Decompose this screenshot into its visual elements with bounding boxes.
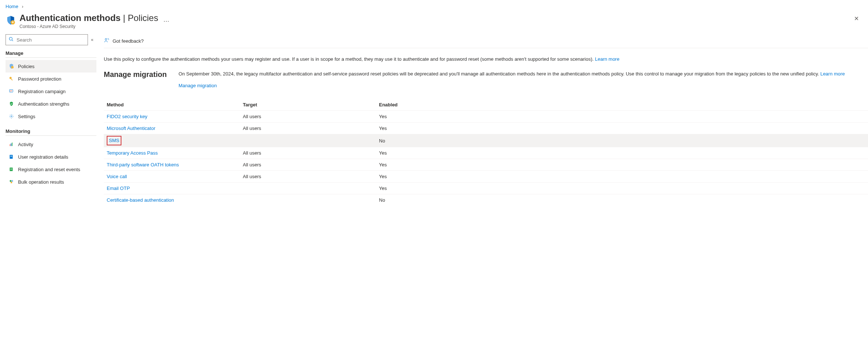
method-link[interactable]: Certificate-based authentication bbox=[107, 197, 174, 203]
cell-target: All users bbox=[243, 114, 379, 119]
policies-icon bbox=[8, 63, 14, 69]
sidebar-item-password-protection[interactable]: Password protection bbox=[6, 73, 96, 85]
table-row[interactable]: Certificate-based authenticationNo bbox=[104, 194, 868, 206]
table-row[interactable]: Third-party software OATH tokensAll user… bbox=[104, 159, 868, 170]
page-header: Authentication methods | Policies Contos… bbox=[0, 11, 868, 34]
search-input[interactable] bbox=[16, 37, 85, 43]
cell-method: Microsoft Authenticator bbox=[107, 124, 243, 133]
intro-learn-more[interactable]: Learn more bbox=[595, 56, 619, 62]
more-icon[interactable]: ⋯ bbox=[163, 18, 169, 25]
sidebar-item-registration-campaign[interactable]: Registration campaign bbox=[6, 85, 96, 98]
collapse-sidebar-icon[interactable]: « bbox=[91, 37, 93, 42]
cell-enabled: No bbox=[379, 138, 865, 144]
sidebar-item-label: Password protection bbox=[18, 76, 61, 82]
svg-point-20 bbox=[11, 180, 13, 182]
method-link[interactable]: Third-party software OATH tokens bbox=[107, 162, 179, 167]
svg-rect-17 bbox=[10, 169, 12, 169]
breadcrumb-home[interactable]: Home bbox=[6, 4, 18, 9]
intro-text: Use this policy to configure the authent… bbox=[104, 48, 868, 63]
method-link[interactable]: SMS bbox=[107, 136, 121, 145]
sidebar-item-registration-and-reset-events[interactable]: Registration and reset events bbox=[6, 163, 96, 176]
feedback-label: Got feedback? bbox=[113, 38, 144, 44]
sidebar-item-activity[interactable]: Activity bbox=[6, 138, 96, 151]
col-enabled: Enabled bbox=[379, 102, 865, 107]
svg-line-2 bbox=[12, 40, 13, 41]
sidebar-item-settings[interactable]: Settings bbox=[6, 110, 96, 123]
section-monitoring: Monitoring bbox=[6, 128, 96, 136]
method-link[interactable]: Voice call bbox=[107, 174, 127, 179]
breadcrumb: Home › bbox=[0, 0, 868, 11]
sidebar-item-label: Registration and reset events bbox=[18, 167, 80, 172]
feedback-button[interactable]: Got feedback? bbox=[104, 38, 144, 45]
campaign-icon bbox=[8, 88, 14, 94]
svg-rect-8 bbox=[10, 91, 12, 91]
svg-rect-14 bbox=[10, 156, 12, 156]
method-link[interactable]: Email OTP bbox=[107, 186, 130, 191]
table-row[interactable]: Temporary Access PassAll usersYes bbox=[104, 147, 868, 159]
cell-method: Certificate-based authentication bbox=[107, 196, 243, 204]
svg-rect-13 bbox=[10, 155, 13, 159]
col-method: Method bbox=[107, 100, 243, 109]
cell-enabled: Yes bbox=[379, 186, 865, 191]
method-link[interactable]: Microsoft Authenticator bbox=[107, 126, 155, 131]
sidebar-item-label: Settings bbox=[18, 114, 35, 119]
sidebar-item-policies[interactable]: Policies bbox=[6, 60, 96, 73]
sidebar-item-label: Activity bbox=[18, 142, 33, 147]
cell-method: SMS bbox=[107, 134, 243, 147]
table-header-row: Method Target Enabled bbox=[104, 99, 868, 110]
cell-enabled: Yes bbox=[379, 114, 865, 119]
cell-enabled: Yes bbox=[379, 150, 865, 156]
feedback-icon bbox=[104, 38, 110, 45]
migration-learn-more[interactable]: Learn more bbox=[820, 71, 844, 77]
sidebar-item-label: Policies bbox=[18, 64, 35, 69]
cell-enabled: Yes bbox=[379, 126, 865, 131]
search-box[interactable] bbox=[6, 34, 88, 45]
sidebar-item-bulk-operation-results[interactable]: Bulk operation results bbox=[6, 176, 96, 188]
main-content: Got feedback? Use this policy to configu… bbox=[96, 34, 868, 213]
table-row[interactable]: FIDO2 security keyAll usersYes bbox=[104, 110, 868, 122]
sidebar: « Manage PoliciesPassword protectionRegi… bbox=[0, 34, 96, 213]
svg-point-21 bbox=[11, 181, 13, 183]
close-icon[interactable]: ✕ bbox=[850, 13, 862, 24]
svg-rect-15 bbox=[10, 156, 12, 157]
book-icon bbox=[8, 154, 14, 160]
method-link[interactable]: Temporary Access Pass bbox=[107, 150, 158, 156]
auth-methods-icon bbox=[6, 15, 16, 25]
cell-method: Voice call bbox=[107, 172, 243, 181]
key-icon bbox=[8, 76, 14, 82]
sidebar-item-label: User registration details bbox=[18, 154, 68, 160]
page-subtitle: Contoso - Azure AD Security bbox=[20, 24, 158, 29]
cell-enabled: Yes bbox=[379, 162, 865, 167]
svg-point-1 bbox=[9, 37, 12, 40]
sidebar-item-user-registration-details[interactable]: User registration details bbox=[6, 151, 96, 163]
table-row[interactable]: Email OTPYes bbox=[104, 182, 868, 194]
page-title-section: Policies bbox=[128, 13, 158, 23]
table-row[interactable]: Microsoft AuthenticatorAll usersYes bbox=[104, 122, 868, 134]
cell-enabled: Yes bbox=[379, 174, 865, 179]
manage-migration-link[interactable]: Manage migration bbox=[178, 82, 845, 90]
svg-point-22 bbox=[105, 38, 107, 40]
sidebar-item-label: Registration campaign bbox=[18, 89, 65, 94]
svg-rect-18 bbox=[10, 169, 12, 170]
sidebar-item-label: Bulk operation results bbox=[18, 179, 64, 185]
section-manage: Manage bbox=[6, 50, 96, 58]
svg-rect-11 bbox=[11, 144, 11, 146]
search-icon bbox=[9, 37, 14, 43]
method-link[interactable]: FIDO2 security key bbox=[107, 114, 148, 119]
svg-rect-5 bbox=[11, 78, 13, 80]
svg-point-9 bbox=[11, 116, 12, 117]
svg-rect-7 bbox=[10, 91, 13, 91]
cell-target: All users bbox=[243, 162, 379, 167]
bulk-icon bbox=[8, 179, 14, 185]
table-row[interactable]: SMSNo bbox=[104, 134, 868, 147]
svg-point-4 bbox=[10, 77, 12, 79]
page-title-bold: Authentication methods bbox=[20, 13, 121, 23]
chevron-right-icon: › bbox=[22, 4, 23, 9]
svg-rect-6 bbox=[10, 89, 13, 92]
cell-enabled: No bbox=[379, 197, 865, 203]
sidebar-item-authentication-strengths[interactable]: Authentication strengths bbox=[6, 98, 96, 110]
list-icon bbox=[8, 166, 14, 172]
migration-heading: Manage migration bbox=[104, 70, 167, 79]
cell-method: Email OTP bbox=[107, 184, 243, 193]
table-row[interactable]: Voice callAll usersYes bbox=[104, 170, 868, 182]
